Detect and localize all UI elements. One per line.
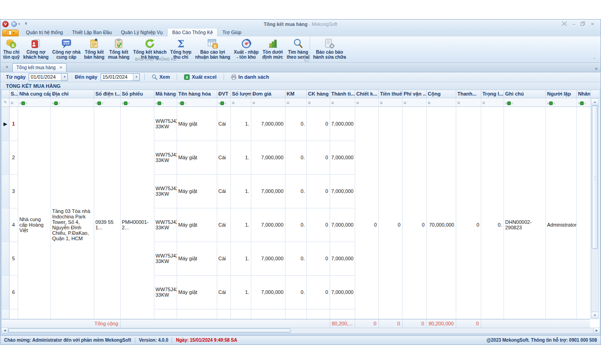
auto-filter-cell[interactable]: = [9,98,18,107]
auto-filter-cell[interactable]: = [285,98,306,107]
auto-filter-cell[interactable]: ✎ [2,98,9,107]
application-menu-button[interactable]: ▼ [2,30,19,36]
vertical-scroll-thumb[interactable] [592,106,598,249]
column-header[interactable]: Phí vận ... [402,90,426,98]
cell-dvt: Cái [217,242,230,275]
column-header[interactable] [2,90,9,98]
ribbon-item[interactable]: Báo cáo bảo hành sửa chữa [311,37,348,60]
chevron-down-icon[interactable]: ▼ [133,74,139,81]
cell-ghi-chu: DHN00002-290823 [504,107,545,319]
column-header[interactable]: Tên hàng hóa [177,90,217,98]
scroll-right-icon[interactable]: ▶ [593,328,600,333]
column-header[interactable]: Tiền thuế [378,90,402,98]
column-header-filler [590,90,600,98]
column-header[interactable]: Người lập [545,90,576,98]
auto-filter-cell[interactable]: = [426,98,456,107]
auto-filter-cell[interactable]: ac [177,98,217,107]
column-header[interactable]: Cộng [426,90,456,98]
column-header[interactable]: CK hàng [306,90,330,98]
column-header[interactable]: Nhân... [576,90,590,98]
column-header[interactable]: Số phiếu [120,90,154,98]
chevron-down-icon[interactable]: ▼ [61,74,67,81]
to-date-label: Đến ngày [75,74,97,80]
auto-filter-cell[interactable]: ac [154,98,177,107]
table-row[interactable]: ▶1Nhà cung cấp Hoàng ViệtTầng 03 Tòa nhà… [2,107,590,141]
auto-filter-cell[interactable]: ac [120,98,154,107]
column-header[interactable]: Thành ti... [330,90,355,98]
column-header[interactable]: Chiết k... [355,90,378,98]
menu-tab-2[interactable]: Thiết Lập Ban Đầu [67,29,117,36]
auto-filter-cell[interactable]: = [251,98,285,107]
auto-filter-cell[interactable]: ac [545,98,576,107]
ribbon-collapse-icon[interactable]: ⌃ [593,57,596,61]
horizontal-scrollbar[interactable]: ◀ ▶ [2,328,600,333]
column-header[interactable]: Đơn giá [251,90,285,98]
auto-filter-cell[interactable]: = [378,98,402,107]
column-header[interactable]: S... [9,90,18,98]
vertical-scrollbar[interactable]: ▲ ▼ [591,98,599,319]
close-tab-icon[interactable]: ✕ [59,66,62,70]
menu-tab-3[interactable]: Quản Lý Nghiệp Vụ [117,29,168,36]
auto-filter-cell[interactable]: = [456,98,481,107]
support-text: @2023 MekongSoft. Thông tin hỗ trợ: 0901… [487,338,597,343]
column-header[interactable]: Mã hàng [154,90,177,98]
close-button[interactable]: ✕ [591,22,594,26]
column-header[interactable]: ĐVT [217,90,230,98]
ribbon-group-label: BÁO CÁO THỐNG KÊ [1,56,310,62]
column-header[interactable]: Thanh... [456,90,481,98]
menu-tab-4[interactable]: Báo Cáo Thống Kê [167,28,218,36]
column-header[interactable]: Số lượng [230,90,251,98]
minimize-button[interactable]: ─ [572,22,575,26]
to-date-input[interactable] [101,74,133,81]
quick-access-customize-icon[interactable]: ▾ [25,22,27,25]
close-tab-button-right[interactable]: ✕ [595,67,598,71]
totals-empty [217,319,230,328]
menu-tab-1[interactable]: Quản trị hệ thống [21,29,67,36]
auto-filter-cell[interactable]: ac [217,98,230,107]
scroll-left-icon[interactable]: ◀ [2,328,8,333]
cell-km: 0. [285,141,306,174]
tab-tong-ket-mua-hang[interactable]: Tổng kết mua hàng ✕ [12,63,66,72]
cell-ten-hang: Máy giặt [177,141,217,174]
auto-filter-cell[interactable]: ac [504,98,545,107]
dialog-launcher-icon[interactable] [305,57,309,61]
column-header[interactable]: KM [285,90,306,98]
close-all-tabs-button[interactable]: ✕ [3,64,10,71]
menu-tab-5[interactable]: Trợ Giúp [218,29,246,36]
cell-thanh-tien: 7,000,000 [330,174,355,208]
auto-filter-cell[interactable]: = [402,98,426,107]
scroll-down-icon[interactable]: ▼ [591,312,598,318]
cell-thanh-tien: 7,000,000 [330,242,355,275]
text-filter-icon: ac [96,98,103,106]
equals-filter-icon: = [232,101,235,106]
auto-filter-cell[interactable]: ac [576,98,590,107]
column-header[interactable]: Số điện t... [94,90,120,98]
totals-label: Tổng cộng [2,319,120,328]
fullscreen-button[interactable] [562,21,567,27]
auto-filter-cell[interactable]: ac [51,98,94,107]
scroll-up-icon[interactable]: ▲ [591,99,598,106]
cell-dvt: Cái [217,107,230,141]
export-excel-button[interactable]: X Xuất excel [182,73,219,81]
auto-filter-cell[interactable]: = [230,98,251,107]
column-header[interactable]: Nhà cung cấp [18,90,51,98]
print-list-button[interactable]: In danh sách [229,73,271,81]
svg-text:X: X [186,75,188,79]
auto-filter-cell[interactable]: = [355,98,378,107]
from-date-field[interactable]: ▼ [29,73,68,81]
restore-button[interactable] [581,21,585,27]
view-button[interactable]: Xem [149,73,172,81]
auto-filter-cell[interactable]: = [481,98,504,107]
from-date-input[interactable] [29,74,61,81]
auto-filter-cell[interactable]: ac [94,98,120,107]
auto-filter-cell[interactable]: = [306,98,330,107]
skin-selector-button[interactable]: ▼ [11,21,20,27]
column-header[interactable]: Địa chỉ [51,90,94,98]
column-header[interactable]: Ghi chú [504,90,545,98]
column-header[interactable]: Trọng l... [481,90,504,98]
auto-filter-cell[interactable]: ac [18,98,51,107]
coins-icon: $ [5,38,17,50]
horizontal-scroll-thumb[interactable] [8,329,290,333]
auto-filter-cell[interactable]: = [330,98,355,107]
to-date-field[interactable]: ▼ [101,73,140,81]
